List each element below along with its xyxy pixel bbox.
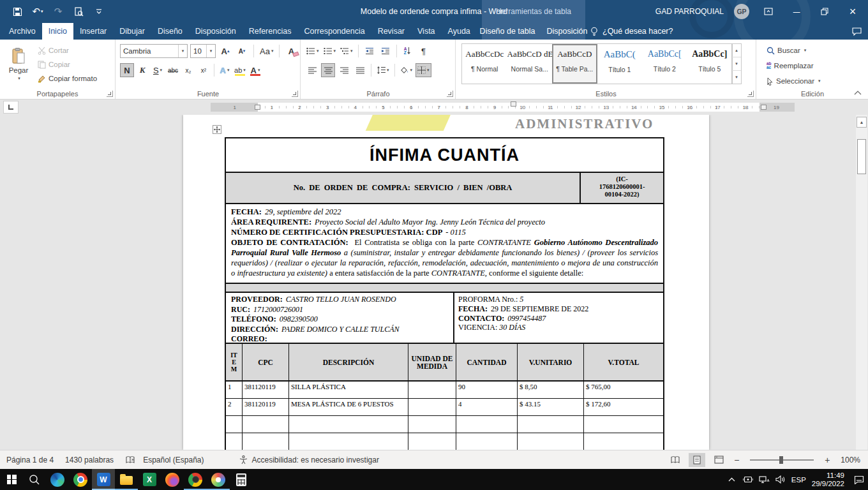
clipboard-dialog-launcher[interactable] [107, 91, 113, 97]
paste-button[interactable]: Pegar ▾ [4, 43, 33, 86]
taskbar-word[interactable]: W [92, 469, 115, 490]
print-preview-button[interactable] [70, 4, 87, 19]
zoom-in-button[interactable]: + [823, 455, 832, 465]
sort-button[interactable]: AZ [401, 44, 415, 58]
zoom-slider[interactable] [750, 459, 814, 461]
zoom-slider-thumb[interactable] [779, 456, 783, 464]
redo-button[interactable]: ↷ [50, 4, 66, 19]
align-center-button[interactable] [321, 63, 335, 77]
numbering-button[interactable]: ▾ [322, 44, 338, 58]
save-icon[interactable] [9, 4, 26, 19]
clock[interactable]: 11:4929/9/2022 [812, 469, 844, 490]
styles-scroll-down[interactable]: ▼ [732, 57, 741, 71]
increase-indent-button[interactable] [378, 44, 393, 58]
tab-referencias[interactable]: Referencias [243, 23, 298, 40]
left-indent-marker[interactable] [255, 105, 260, 110]
style-titulo-5[interactable]: AaBbCc]Título 5 [687, 44, 733, 84]
bold-button[interactable]: N [120, 63, 134, 77]
print-layout-button[interactable] [689, 453, 705, 467]
line-spacing-button[interactable]: ▾ [375, 63, 391, 77]
zoom-out-button[interactable]: − [732, 455, 741, 465]
collapse-ribbon-button[interactable] [854, 91, 862, 95]
start-button[interactable] [0, 469, 23, 490]
undo-button[interactable]: ↶▾ [29, 4, 46, 19]
read-mode-button[interactable] [667, 453, 684, 467]
copy-button[interactable]: Copiar [36, 57, 99, 71]
feedback-button[interactable] [852, 23, 862, 40]
decrease-font-button[interactable]: A▾ [235, 44, 249, 58]
taskbar-calculator[interactable] [230, 469, 253, 490]
bullets-button[interactable]: ▾ [305, 44, 320, 58]
minimize-button[interactable]: ─ [788, 2, 805, 21]
tab-disposicion-tabla[interactable]: Disposición [541, 23, 593, 40]
taskbar-firefox[interactable] [161, 469, 184, 490]
align-left-button[interactable] [305, 63, 319, 77]
change-case-button[interactable]: Aa▾ [258, 44, 274, 58]
taskbar-search-button[interactable] [23, 469, 46, 490]
taskbar-edge[interactable] [46, 469, 69, 490]
styles-dialog-launcher[interactable] [747, 91, 754, 97]
format-painter-button[interactable]: Copiar formato [36, 71, 99, 85]
justify-button[interactable] [353, 63, 367, 77]
horizontal-ruler[interactable]: 1 123456789101112131415161718 19 [211, 103, 795, 112]
tab-insertar[interactable]: Insertar [73, 23, 113, 40]
text-effects-button[interactable]: A▾ [218, 63, 232, 77]
tab-diseno-de-tabla[interactable]: Diseño de tabla [474, 23, 541, 40]
tab-archivo[interactable]: Archivo [3, 23, 42, 40]
tab-dibujar[interactable]: Dibujar [113, 23, 151, 40]
styles-scroll-up[interactable]: ▲ [732, 44, 741, 57]
accessibility-icon[interactable] [239, 455, 248, 464]
volume-icon[interactable] [775, 469, 786, 490]
taskbar-chrome[interactable] [69, 469, 92, 490]
taskbar-excel[interactable]: X [138, 469, 161, 490]
cast-icon[interactable] [743, 469, 753, 490]
taskbar-paint[interactable] [207, 469, 230, 490]
font-size-combo[interactable]: 10 ▾ [190, 44, 216, 58]
find-button[interactable]: Buscar ▾ [765, 43, 823, 57]
select-button[interactable]: Seleccionar ▾ [765, 74, 823, 88]
language-indicator[interactable]: Español (España) [143, 456, 204, 464]
paragraph-dialog-launcher[interactable] [447, 91, 453, 97]
style-table-paragraph[interactable]: AaBbCcD¶ Table Pa... [552, 44, 597, 84]
hidden-icons-button[interactable] [727, 469, 737, 490]
highlight-button[interactable]: ab▾ [233, 63, 247, 77]
multilevel-list-button[interactable]: ▾ [339, 44, 354, 58]
tab-revisar[interactable]: Revisar [371, 23, 411, 40]
strikethrough-button[interactable]: abc [166, 63, 180, 77]
first-line-indent-marker[interactable] [511, 101, 516, 107]
tab-correspondencia[interactable]: Correspondencia [297, 23, 371, 40]
table-move-handle[interactable] [213, 125, 221, 134]
page-indicator[interactable]: Página 1 de 4 [6, 456, 54, 464]
styles-gallery-more[interactable]: ▼ [732, 71, 741, 84]
replace-button[interactable]: abac Reemplazar [765, 59, 823, 73]
show-marks-button[interactable]: ¶ [417, 44, 431, 58]
style-titulo-2[interactable]: AaBbCc[Título 2 [642, 44, 687, 84]
align-right-button[interactable] [337, 63, 351, 77]
tab-vista[interactable]: Vista [411, 23, 442, 40]
account-name[interactable]: GAD PARROQUIAL [655, 7, 724, 16]
font-dialog-launcher[interactable] [292, 91, 298, 97]
accessibility-status[interactable]: Accesibilidad: es necesario investigar [252, 456, 379, 464]
customize-qat-button[interactable] [91, 4, 107, 19]
action-center-button[interactable] [854, 469, 864, 490]
proofing-icon[interactable] [125, 456, 135, 464]
cut-button[interactable]: Cortar [36, 43, 99, 57]
taskbar-file-explorer[interactable] [115, 469, 138, 490]
style-normal[interactable]: AaBbCcDc¶ Normal [462, 44, 507, 84]
font-family-combo[interactable]: Cambria ▾ [120, 44, 188, 58]
tab-inicio[interactable]: Inicio [42, 23, 73, 40]
language-switcher[interactable]: ESP [791, 469, 806, 490]
taskbar-chrome-profile[interactable] [184, 469, 207, 490]
tab-ayuda[interactable]: Ayuda [442, 23, 477, 40]
close-button[interactable]: × [844, 2, 862, 21]
increase-font-button[interactable]: A▴ [218, 44, 232, 58]
restore-button[interactable] [816, 2, 834, 21]
style-titulo-1[interactable]: AaBbC(Título 1 [597, 44, 643, 84]
scrollbar-thumb[interactable] [857, 139, 866, 174]
font-color-button[interactable]: A▾ [248, 63, 262, 77]
network-icon[interactable] [759, 469, 770, 490]
zoom-level[interactable]: 100% [841, 456, 860, 464]
clear-formatting-button[interactable]: A [284, 44, 298, 58]
ribbon-display-options-button[interactable] [760, 2, 777, 21]
superscript-button[interactable]: x² [197, 63, 211, 77]
